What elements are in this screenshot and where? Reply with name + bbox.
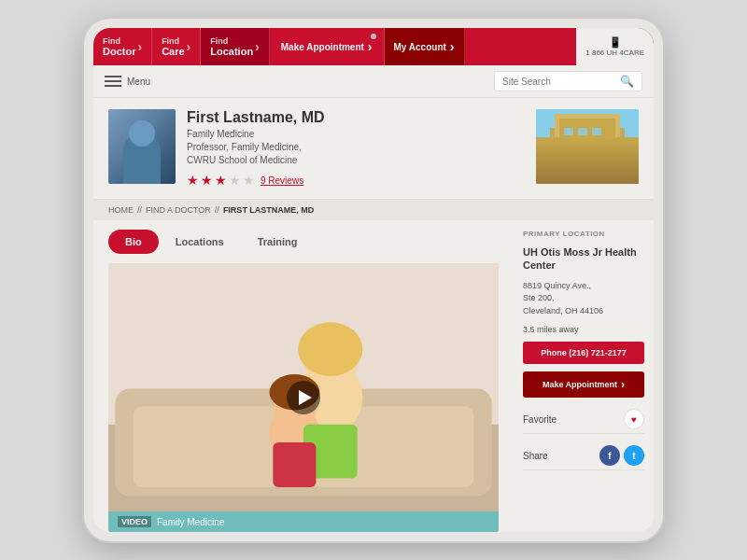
twitter-button[interactable]: t xyxy=(624,445,644,466)
search-icon[interactable]: 🔍 xyxy=(620,75,634,88)
nav-find-care[interactable]: Find Care › xyxy=(152,28,201,65)
reviews-link[interactable]: 9 Reviews xyxy=(261,175,303,186)
nav-make-appointment[interactable]: Make Appointment › xyxy=(270,28,385,65)
doctor-name: First Lastname, MD xyxy=(187,109,525,126)
tab-locations[interactable]: Locations xyxy=(159,230,241,254)
doctor-specialty: Family Medicine Professor, Family Medici… xyxy=(187,128,525,167)
primary-location-label: PRIMARY LOCATION xyxy=(523,230,644,238)
secondary-nav: Menu 🔍 xyxy=(93,65,654,98)
facebook-button[interactable]: f xyxy=(599,445,620,466)
building-photo xyxy=(536,109,639,184)
location-address: 8819 Quincy Ave., Ste 200, Cleveland, OH… xyxy=(523,280,644,318)
svg-rect-8 xyxy=(564,142,573,149)
star-2: ★ xyxy=(201,173,213,188)
video-caption: VIDEO Family Medicine xyxy=(108,511,499,532)
star-3: ★ xyxy=(215,173,227,188)
chevron-icon: › xyxy=(450,39,455,54)
search-box: 🔍 xyxy=(494,71,642,91)
svg-rect-9 xyxy=(578,142,587,149)
play-icon xyxy=(299,390,312,405)
location-distance: 3.5 miles away xyxy=(523,325,644,334)
svg-rect-11 xyxy=(536,165,639,184)
favorite-label: Favorite xyxy=(523,414,557,425)
video-tag: VIDEO xyxy=(118,516,151,527)
menu-label: Menu xyxy=(127,77,150,87)
svg-point-21 xyxy=(298,322,362,376)
chevron-icon: › xyxy=(137,39,142,54)
svg-rect-1 xyxy=(536,142,639,184)
tablet-frame: Find Doctor › Find Care › Find Location … xyxy=(84,19,663,541)
make-appointment-button[interactable]: Make Appointment xyxy=(523,371,644,398)
phone-number-block: 📱 1 866 UH 4CARE xyxy=(576,28,654,65)
star-5: ★ xyxy=(243,173,255,188)
search-input[interactable] xyxy=(502,77,614,87)
tab-training[interactable]: Training xyxy=(241,230,315,254)
content-area: First Lastname, MD Family Medicine Profe… xyxy=(93,98,654,532)
chevron-icon: › xyxy=(255,39,260,54)
tab-bio[interactable]: Bio xyxy=(108,230,159,254)
chevron-icon: › xyxy=(368,39,373,54)
tab-bar: Bio Locations Training xyxy=(93,220,514,254)
main-content: Bio Locations Training xyxy=(93,220,654,532)
nav-my-account[interactable]: My Account › xyxy=(385,28,465,65)
doctor-header: First Lastname, MD Family Medicine Profe… xyxy=(93,98,654,200)
star-rating: ★ ★ ★ ★ ★ 9 Reviews xyxy=(187,173,525,188)
star-4: ★ xyxy=(229,173,241,188)
share-row: Share f t xyxy=(523,441,644,470)
favorite-button[interactable]: ♥ xyxy=(624,409,644,429)
svg-rect-10 xyxy=(592,142,601,149)
svg-rect-5 xyxy=(564,128,573,135)
play-button[interactable] xyxy=(287,381,320,414)
top-nav: Find Doctor › Find Care › Find Location … xyxy=(93,28,654,65)
doctor-photo xyxy=(108,109,176,184)
phone-button[interactable]: Phone (216) 721-2177 xyxy=(523,342,644,364)
star-1: ★ xyxy=(187,173,199,188)
phone-icon: 📱 xyxy=(609,36,622,49)
chevron-icon: › xyxy=(187,39,191,54)
svg-rect-7 xyxy=(592,128,601,135)
nav-find-location[interactable]: Find Location › xyxy=(201,28,270,65)
video-area: VIDEO Family Medicine xyxy=(108,263,499,532)
hamburger-menu[interactable] xyxy=(105,76,121,87)
share-label: Share xyxy=(523,451,548,461)
breadcrumb: HOME // FIND A DOCTOR // FIRST LASTNAME,… xyxy=(93,200,654,220)
svg-rect-17 xyxy=(134,407,295,487)
svg-rect-4 xyxy=(559,119,615,179)
building-svg xyxy=(536,109,639,184)
left-panel: Bio Locations Training xyxy=(93,220,514,532)
svg-rect-6 xyxy=(578,128,587,135)
favorite-row: Favorite ♥ xyxy=(523,405,644,434)
right-panel: PRIMARY LOCATION UH Otis Moss Jr Health … xyxy=(514,220,654,532)
svg-rect-12 xyxy=(541,170,559,179)
share-icons: f t xyxy=(599,445,644,466)
location-name: UH Otis Moss Jr Health Center xyxy=(523,245,644,273)
video-title: Family Medicine xyxy=(157,517,224,527)
doctor-info: First Lastname, MD Family Medicine Profe… xyxy=(187,109,525,188)
svg-rect-13 xyxy=(564,170,583,179)
svg-rect-26 xyxy=(273,442,316,487)
nav-find-doctor[interactable]: Find Doctor › xyxy=(93,28,152,65)
favorite-icons: ♥ xyxy=(624,409,644,429)
